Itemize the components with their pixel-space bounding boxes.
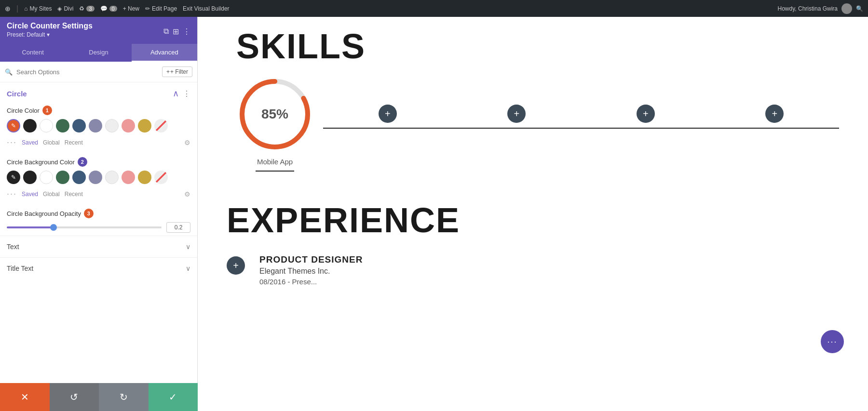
job-company: Elegant Themes Inc.: [259, 267, 363, 276]
saved-label-1[interactable]: Saved: [22, 139, 38, 146]
text-section-header[interactable]: Text ∨: [0, 236, 197, 257]
preset-dropdown[interactable]: Preset: Default: [7, 30, 93, 41]
experience-title: EXPERIENCE: [227, 200, 839, 240]
gear-icon-1[interactable]: ⚙: [184, 139, 190, 146]
color-swatch-2-lavender[interactable]: [89, 171, 102, 184]
pencil-icon: ✏: [145, 5, 150, 12]
color-swatch-2-none[interactable]: [154, 171, 168, 184]
saved-label-2[interactable]: Saved: [22, 191, 38, 198]
add-button-3[interactable]: +: [637, 105, 655, 123]
color-swatch-blue[interactable]: [72, 119, 86, 133]
check-icon: ✓: [169, 391, 177, 403]
gear-icon-2[interactable]: ⚙: [184, 190, 190, 198]
opacity-value-input[interactable]: [166, 222, 190, 233]
skills-section: SKILLS: [198, 17, 868, 76]
circle-color-field: Circle Color 1 ✎ ··· Save: [0, 103, 197, 154]
edit-page-button[interactable]: ✏ Edit Page: [145, 5, 177, 12]
cancel-button[interactable]: ✕: [0, 383, 50, 411]
main-layout: Circle Counter Settings Preset: Default …: [0, 17, 868, 411]
divi-link[interactable]: ◈ Divi: [57, 5, 73, 12]
user-greeting: Howdy, Christina Gwira: [778, 5, 838, 12]
comments-link[interactable]: ♻ 3: [79, 5, 94, 12]
recent-label-1[interactable]: Recent: [65, 139, 83, 146]
avatar: [841, 3, 852, 14]
global-label-1[interactable]: Global: [43, 139, 60, 146]
color-swatch-lavender[interactable]: [89, 119, 102, 133]
filter-button[interactable]: + + Filter: [162, 66, 192, 77]
exit-builder-button[interactable]: Exit Visual Builder: [183, 5, 230, 12]
sidebar-tabs: Content Design Advanced: [0, 44, 197, 62]
sidebar-header: Circle Counter Settings Preset: Default …: [0, 17, 197, 44]
color-swatch-2-green[interactable]: [56, 171, 69, 184]
circle-counters-row: 85% Mobile App + + + +: [198, 76, 868, 181]
skills-title: SKILLS: [236, 22, 868, 76]
title-text-section: Title Text ∨: [0, 257, 197, 279]
grid-icon[interactable]: ⊞: [173, 27, 179, 36]
opacity-slider-row: [7, 222, 190, 233]
color-swatch-green[interactable]: [56, 119, 69, 133]
color-swatch-light[interactable]: [105, 119, 119, 133]
add-button-2[interactable]: +: [507, 105, 526, 123]
color-swatch-2-dark-active[interactable]: ✎: [7, 171, 20, 184]
add-button-4[interactable]: +: [765, 105, 784, 123]
more-icon[interactable]: ⋮: [183, 27, 190, 36]
tab-content[interactable]: Content: [0, 44, 66, 62]
job-date: 08/2016 - Prese...: [259, 278, 363, 286]
redo-button[interactable]: ↻: [99, 383, 149, 411]
comments-bubble-link[interactable]: 💬 0: [100, 5, 117, 12]
new-button[interactable]: + New: [123, 5, 139, 12]
collapse-icon[interactable]: ∧: [173, 88, 179, 99]
undo-button[interactable]: ↺: [50, 383, 99, 411]
recent-label-2[interactable]: Recent: [65, 191, 83, 198]
tab-advanced[interactable]: Advanced: [132, 44, 197, 62]
section-more-icon[interactable]: ⋮: [183, 89, 190, 98]
color-swatch-2-pink[interactable]: [122, 171, 135, 184]
sidebar: Circle Counter Settings Preset: Default …: [0, 17, 198, 411]
my-sites-link[interactable]: ⌂ My Sites: [24, 5, 52, 12]
top-bar: ⊕ | ⌂ My Sites ◈ Divi ♻ 3 💬 0 + New ✏ Ed…: [0, 0, 868, 17]
color-swatch-2-gold[interactable]: [138, 171, 151, 184]
title-text-section-header[interactable]: Title Text ∨: [0, 258, 197, 279]
search-icon[interactable]: 🔍: [856, 5, 863, 12]
opacity-slider-thumb[interactable]: [50, 224, 57, 231]
color-swatch-pink[interactable]: [122, 119, 135, 133]
color-swatch-2-white[interactable]: [40, 171, 53, 184]
wordpress-icon: ⊕: [5, 5, 11, 13]
wp-logo[interactable]: ⊕: [5, 5, 11, 13]
add-experience-button[interactable]: +: [227, 256, 245, 275]
x-icon: ✕: [21, 391, 29, 403]
color-swatch-2-light[interactable]: [105, 171, 119, 184]
global-label-2[interactable]: Global: [43, 191, 60, 198]
sidebar-search-bar: 🔍 + + Filter: [0, 62, 197, 82]
circle-underline: [256, 171, 294, 172]
badge-1: 1: [42, 106, 52, 115]
floating-menu-button[interactable]: ···: [821, 330, 844, 353]
search-input[interactable]: [16, 68, 158, 76]
search-icon-sidebar: 🔍: [5, 68, 13, 76]
color-swatch-black[interactable]: [23, 119, 37, 133]
circle-svg: 85%: [236, 76, 313, 153]
copy-icon[interactable]: ⧉: [163, 27, 169, 36]
tab-design[interactable]: Design: [66, 44, 131, 62]
color-swatch-gold[interactable]: [138, 119, 151, 133]
color-swatch-none[interactable]: [154, 119, 168, 133]
text-section-label: Text: [7, 243, 19, 251]
badge-3: 3: [84, 209, 94, 218]
save-button[interactable]: ✓: [149, 383, 198, 411]
color-swatch-orange-active[interactable]: ✎: [7, 119, 20, 133]
sidebar-title: Circle Counter Settings: [7, 22, 93, 30]
undo-icon: ↺: [70, 391, 78, 403]
color-dots-2[interactable]: ···: [7, 189, 17, 199]
color-swatch-white[interactable]: [40, 119, 53, 133]
text-section: Text ∨: [0, 236, 197, 257]
color-dots-1[interactable]: ···: [7, 137, 17, 147]
add-line-2: [452, 128, 582, 129]
circle-color-label: Circle Color 1: [7, 106, 190, 115]
top-bar-right: Howdy, Christina Gwira 🔍: [778, 3, 863, 14]
recycle-icon: ♻: [79, 5, 84, 12]
divi-icon: ◈: [57, 5, 62, 12]
color-swatch-2-blue[interactable]: [72, 171, 86, 184]
opacity-slider-track[interactable]: [7, 226, 162, 228]
color-swatch-2-black[interactable]: [23, 171, 37, 184]
add-button-1[interactable]: +: [379, 105, 397, 123]
